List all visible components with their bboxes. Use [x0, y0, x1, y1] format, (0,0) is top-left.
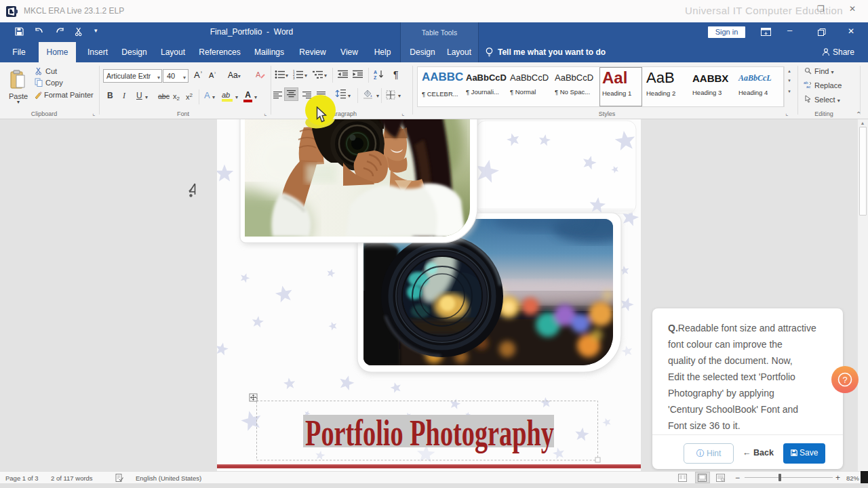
svg-text:A: A: [256, 70, 261, 79]
svg-text:A: A: [374, 70, 377, 75]
svg-text:3: 3: [293, 77, 295, 79]
svg-text:Z: Z: [374, 75, 377, 79]
svg-text:ac: ac: [806, 85, 810, 88]
svg-text:?: ?: [842, 375, 847, 385]
svg-text:Portfolio Photography: Portfolio Photography: [305, 413, 554, 453]
